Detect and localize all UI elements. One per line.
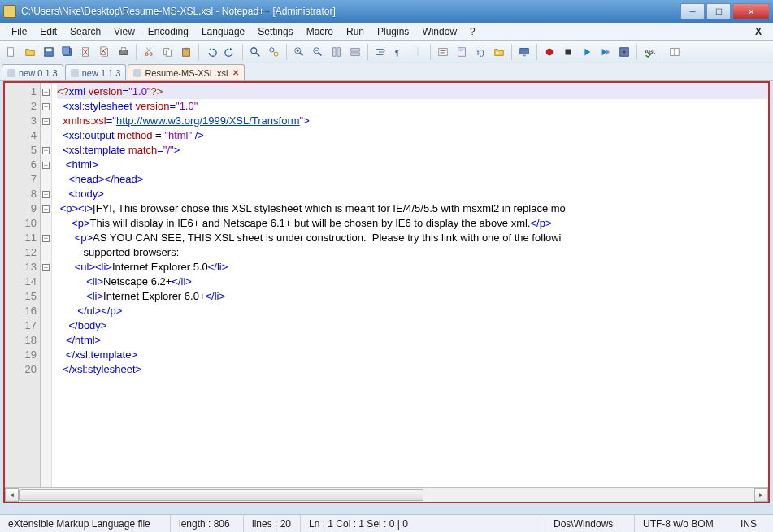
- editor-scroll[interactable]: 1234567891011121314151617181920 −−− −− −…: [5, 83, 768, 487]
- fold-marker[interactable]: −: [41, 201, 51, 216]
- tab-2[interactable]: Resume-MS-XSL.xsl✕: [128, 64, 245, 80]
- menu-window[interactable]: Window: [415, 24, 463, 39]
- zoom-in-icon[interactable]: [291, 44, 307, 60]
- func-list-icon[interactable]: f(): [472, 44, 489, 60]
- menu-view[interactable]: View: [107, 24, 141, 39]
- scroll-left-button[interactable]: ◄: [5, 488, 19, 502]
- sync-v-icon[interactable]: [328, 44, 345, 60]
- save-all-icon[interactable]: [59, 44, 76, 60]
- menu-help[interactable]: ?: [463, 24, 482, 39]
- sync-h-icon[interactable]: [347, 44, 363, 60]
- fold-marker[interactable]: −: [41, 231, 51, 245]
- replace-icon[interactable]: [266, 44, 282, 60]
- code-line[interactable]: <xsl:stylesheet version="1.0": [57, 99, 768, 114]
- menu-search[interactable]: Search: [63, 24, 107, 39]
- fold-marker: [41, 245, 51, 260]
- code-line[interactable]: <ul><li>Internet Explorer 5.0</li>: [57, 260, 768, 275]
- zoom-out-icon[interactable]: [310, 44, 326, 60]
- save-macro-icon[interactable]: [616, 44, 632, 60]
- tab-0[interactable]: new 0 1 3: [2, 64, 63, 80]
- line-number: 8: [5, 187, 37, 201]
- code-line[interactable]: </xsl:template>: [57, 348, 768, 362]
- svg-rect-50: [520, 48, 529, 54]
- menu-macro[interactable]: Macro: [300, 24, 340, 39]
- scroll-right-button[interactable]: ►: [754, 488, 768, 502]
- fold-marker: [41, 128, 51, 143]
- svg-rect-49: [497, 52, 499, 54]
- close-button[interactable]: ✕: [732, 3, 770, 19]
- code-line[interactable]: <li>Internet Explorer 6.0+</li>: [57, 289, 768, 304]
- code-line[interactable]: <li>Netscape 6.2+</li>: [57, 275, 768, 289]
- copy-icon[interactable]: [159, 44, 176, 60]
- svg-rect-5: [63, 46, 70, 54]
- code-line[interactable]: <head></head>: [57, 172, 768, 187]
- fold-marker[interactable]: −: [41, 260, 51, 275]
- spellcheck-icon[interactable]: ABC: [641, 44, 658, 60]
- find-icon[interactable]: [247, 44, 263, 60]
- code-line[interactable]: </xsl:stylesheet>: [57, 362, 768, 377]
- code-line[interactable]: <xsl:output method = "html" />: [57, 128, 768, 143]
- doc-switch-icon[interactable]: [667, 44, 683, 60]
- wrap-icon[interactable]: [372, 44, 389, 60]
- fold-marker[interactable]: −: [41, 143, 51, 158]
- scroll-track[interactable]: [19, 488, 754, 502]
- fold-marker[interactable]: −: [41, 187, 51, 201]
- doc-map-icon[interactable]: [454, 44, 470, 60]
- menu-plugins[interactable]: Plugins: [371, 24, 415, 39]
- code-view[interactable]: <?xml version="1.0"?> <xsl:stylesheet ve…: [52, 83, 768, 487]
- line-number: 18: [5, 333, 37, 348]
- close-icon[interactable]: [78, 44, 94, 60]
- menu-edit[interactable]: Edit: [33, 24, 63, 39]
- code-line[interactable]: <?xml version="1.0"?>: [57, 84, 768, 99]
- tab-1[interactable]: new 1 1 3: [65, 64, 127, 80]
- paste-icon[interactable]: [178, 44, 194, 60]
- lang-icon[interactable]: [435, 44, 451, 60]
- stop-icon[interactable]: [560, 44, 576, 60]
- code-line[interactable]: <p>This will display in IE6+ and Netscap…: [57, 216, 768, 231]
- menu-language[interactable]: Language: [195, 24, 251, 39]
- fold-marker[interactable]: −: [41, 158, 51, 172]
- play-icon[interactable]: [579, 44, 595, 60]
- mdi-close-button[interactable]: X: [749, 26, 768, 37]
- maximize-button[interactable]: ☐: [706, 3, 731, 19]
- play-multi-icon[interactable]: [597, 44, 614, 60]
- horizontal-scrollbar[interactable]: ◄ ►: [5, 487, 768, 501]
- menu-encoding[interactable]: Encoding: [141, 24, 195, 39]
- scroll-thumb[interactable]: [19, 489, 423, 501]
- code-line[interactable]: </body>: [57, 318, 768, 333]
- print-icon[interactable]: [115, 44, 132, 60]
- folder-view-icon[interactable]: [491, 44, 507, 60]
- code-line[interactable]: <body>: [57, 187, 768, 201]
- code-line[interactable]: </html>: [57, 333, 768, 348]
- indent-guide-icon[interactable]: [410, 44, 426, 60]
- close-all-icon[interactable]: [97, 44, 113, 60]
- minimize-button[interactable]: ─: [680, 3, 705, 19]
- code-line[interactable]: <xsl:template match="/">: [57, 143, 768, 158]
- record-icon[interactable]: [541, 44, 558, 60]
- menu-settings[interactable]: Settings: [251, 24, 299, 39]
- save-icon[interactable]: [41, 44, 57, 60]
- svg-point-55: [623, 50, 626, 54]
- line-number: 11: [5, 231, 37, 245]
- undo-icon[interactable]: [203, 44, 219, 60]
- fold-marker: [41, 216, 51, 231]
- menu-run[interactable]: Run: [340, 24, 371, 39]
- code-line[interactable]: <html>: [57, 158, 768, 172]
- menu-file[interactable]: File: [5, 24, 33, 39]
- fold-marker[interactable]: −: [41, 99, 51, 114]
- code-line[interactable]: supported browsers:: [57, 245, 768, 260]
- fold-marker[interactable]: −: [41, 114, 51, 128]
- cut-icon[interactable]: [141, 44, 157, 60]
- code-line[interactable]: </ul></p>: [57, 304, 768, 318]
- all-chars-icon[interactable]: ¶: [391, 44, 407, 60]
- tab-close-icon[interactable]: ✕: [232, 68, 239, 77]
- code-line[interactable]: <p><i>[FYI, This browser chose this XSL …: [57, 201, 768, 216]
- svg-rect-1: [12, 47, 14, 49]
- fold-marker[interactable]: −: [41, 84, 51, 99]
- open-folder-icon[interactable]: [22, 44, 38, 60]
- redo-icon[interactable]: [222, 44, 238, 60]
- code-line[interactable]: xmlns:xsl="http://www.w3.org/1999/XSL/Tr…: [57, 114, 768, 128]
- new-file-icon[interactable]: [3, 44, 20, 60]
- monitor-icon[interactable]: [516, 44, 532, 60]
- code-line[interactable]: <p>AS YOU CAN SEE, THIS XSL sheet is und…: [57, 231, 768, 245]
